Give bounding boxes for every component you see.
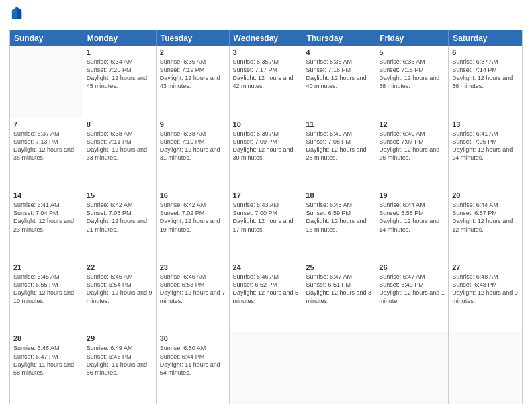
sunset-text: Sunset: 7:03 PM: [87, 209, 152, 217]
page: SundayMondayTuesdayWednesdayThursdayFrid…: [0, 0, 532, 411]
week-row-4: 21Sunrise: 6:45 AMSunset: 6:55 PMDayligh…: [10, 261, 522, 333]
sunrise-text: Sunrise: 6:38 AM: [160, 130, 226, 138]
day-number: 10: [233, 120, 299, 128]
sunset-text: Sunset: 7:00 PM: [233, 209, 299, 217]
cal-cell: 14Sunrise: 6:41 AMSunset: 7:04 PMDayligh…: [10, 189, 83, 261]
day-number: 21: [13, 263, 79, 271]
header-day-monday: Monday: [83, 30, 157, 46]
cal-cell: 12Sunrise: 6:40 AMSunset: 7:07 PMDayligh…: [375, 118, 449, 189]
cal-cell: 16Sunrise: 6:42 AMSunset: 7:02 PMDayligh…: [157, 189, 230, 261]
sunset-text: Sunset: 7:07 PM: [379, 138, 445, 146]
day-number: 3: [233, 48, 299, 56]
daylight-text: Daylight: 12 hours and 21 minutes.: [87, 217, 152, 233]
daylight-text: Daylight: 12 hours and 0 minutes.: [452, 289, 519, 305]
daylight-text: Daylight: 12 hours and 19 minutes.: [160, 217, 226, 233]
week-row-5: 28Sunrise: 6:48 AMSunset: 6:47 PMDayligh…: [10, 332, 522, 404]
sunset-text: Sunset: 6:49 PM: [379, 281, 445, 289]
sunrise-text: Sunrise: 6:37 AM: [13, 130, 79, 138]
sunrise-text: Sunrise: 6:35 AM: [233, 58, 299, 66]
cal-cell: 6Sunrise: 6:37 AMSunset: 7:14 PMDaylight…: [449, 46, 522, 118]
sunset-text: Sunset: 6:54 PM: [87, 281, 152, 289]
cal-cell: 29Sunrise: 6:49 AMSunset: 6:46 PMDayligh…: [83, 332, 157, 404]
sunset-text: Sunset: 7:09 PM: [233, 138, 299, 146]
sunrise-text: Sunrise: 6:43 AM: [233, 201, 299, 209]
day-number: 20: [452, 191, 519, 199]
day-number: 27: [452, 263, 519, 271]
day-number: 18: [306, 191, 371, 199]
sunrise-text: Sunrise: 6:43 AM: [306, 201, 371, 209]
day-number: 5: [379, 48, 445, 56]
sunset-text: Sunset: 7:10 PM: [160, 138, 226, 146]
cal-cell: 2Sunrise: 6:35 AMSunset: 7:19 PMDaylight…: [157, 46, 230, 118]
sunset-text: Sunset: 6:46 PM: [87, 353, 152, 361]
calendar: SundayMondayTuesdayWednesdayThursdayFrid…: [9, 30, 523, 404]
daylight-text: Daylight: 12 hours and 1 minute.: [379, 289, 445, 305]
sunset-text: Sunset: 7:14 PM: [452, 66, 519, 74]
day-number: 13: [452, 120, 519, 128]
cal-cell: 25Sunrise: 6:47 AMSunset: 6:51 PMDayligh…: [302, 261, 375, 332]
day-number: 30: [160, 334, 226, 342]
day-number: 16: [160, 191, 226, 199]
sunrise-text: Sunrise: 6:44 AM: [452, 201, 519, 209]
cal-cell: [375, 332, 449, 404]
cal-cell: 13Sunrise: 6:41 AMSunset: 7:05 PMDayligh…: [449, 118, 522, 189]
sunrise-text: Sunrise: 6:46 AM: [160, 273, 226, 281]
daylight-text: Daylight: 12 hours and 23 minutes.: [13, 217, 79, 233]
day-number: 2: [160, 48, 226, 56]
cal-cell: 11Sunrise: 6:40 AMSunset: 7:08 PMDayligh…: [302, 118, 375, 189]
day-number: 12: [379, 120, 445, 128]
cal-cell: [10, 46, 83, 118]
cal-cell: 22Sunrise: 6:45 AMSunset: 6:54 PMDayligh…: [83, 261, 157, 332]
sunrise-text: Sunrise: 6:47 AM: [306, 273, 371, 281]
cal-cell: 28Sunrise: 6:48 AMSunset: 6:47 PMDayligh…: [10, 332, 83, 404]
day-number: 17: [233, 191, 299, 199]
cal-cell: [449, 332, 522, 404]
sunrise-text: Sunrise: 6:38 AM: [87, 130, 152, 138]
logo: [9, 7, 24, 24]
cal-cell: 7Sunrise: 6:37 AMSunset: 7:13 PMDaylight…: [10, 118, 83, 189]
sunrise-text: Sunrise: 6:45 AM: [87, 273, 152, 281]
sunrise-text: Sunrise: 6:37 AM: [452, 58, 519, 66]
header-day-saturday: Saturday: [449, 30, 522, 46]
header-day-tuesday: Tuesday: [157, 30, 230, 46]
sunset-text: Sunset: 7:19 PM: [160, 66, 226, 74]
daylight-text: Daylight: 11 hours and 54 minutes.: [160, 361, 226, 377]
sunrise-text: Sunrise: 6:36 AM: [306, 58, 371, 66]
daylight-text: Daylight: 12 hours and 10 minutes.: [13, 289, 79, 305]
week-row-1: 1Sunrise: 6:34 AMSunset: 7:20 PMDaylight…: [10, 46, 522, 118]
sunset-text: Sunset: 6:57 PM: [452, 209, 519, 217]
daylight-text: Daylight: 12 hours and 42 minutes.: [233, 74, 299, 90]
cal-cell: 23Sunrise: 6:46 AMSunset: 6:53 PMDayligh…: [157, 261, 230, 332]
daylight-text: Daylight: 12 hours and 16 minutes.: [306, 217, 371, 233]
cal-cell: 9Sunrise: 6:38 AMSunset: 7:10 PMDaylight…: [157, 118, 230, 189]
sunset-text: Sunset: 6:47 PM: [13, 353, 79, 361]
calendar-body: 1Sunrise: 6:34 AMSunset: 7:20 PMDaylight…: [10, 46, 522, 404]
sunset-text: Sunset: 6:52 PM: [233, 281, 299, 289]
cal-cell: 8Sunrise: 6:38 AMSunset: 7:11 PMDaylight…: [83, 118, 157, 189]
sunrise-text: Sunrise: 6:42 AM: [160, 201, 226, 209]
daylight-text: Daylight: 12 hours and 3 minutes.: [306, 289, 371, 305]
sunrise-text: Sunrise: 6:50 AM: [160, 344, 226, 352]
cal-cell: 17Sunrise: 6:43 AMSunset: 7:00 PMDayligh…: [230, 189, 303, 261]
sunrise-text: Sunrise: 6:34 AM: [87, 58, 152, 66]
day-number: 24: [233, 263, 299, 271]
cal-cell: 27Sunrise: 6:48 AMSunset: 6:48 PMDayligh…: [449, 261, 522, 332]
sunrise-text: Sunrise: 6:40 AM: [306, 130, 371, 138]
day-number: 19: [379, 191, 445, 199]
sunset-text: Sunset: 6:44 PM: [160, 353, 226, 361]
cal-cell: 20Sunrise: 6:44 AMSunset: 6:57 PMDayligh…: [449, 189, 522, 261]
daylight-text: Daylight: 12 hours and 5 minutes.: [233, 289, 299, 305]
logo-icon: [11, 7, 23, 21]
sunset-text: Sunset: 7:16 PM: [306, 66, 371, 74]
daylight-text: Daylight: 12 hours and 31 minutes.: [160, 146, 226, 162]
daylight-text: Daylight: 12 hours and 38 minutes.: [379, 74, 445, 90]
day-number: 28: [13, 334, 79, 342]
sunrise-text: Sunrise: 6:36 AM: [379, 58, 445, 66]
daylight-text: Daylight: 12 hours and 12 minutes.: [452, 217, 519, 233]
daylight-text: Daylight: 12 hours and 26 minutes.: [379, 146, 445, 162]
cal-cell: 10Sunrise: 6:39 AMSunset: 7:09 PMDayligh…: [230, 118, 303, 189]
sunset-text: Sunset: 6:58 PM: [379, 209, 445, 217]
sunrise-text: Sunrise: 6:41 AM: [13, 201, 79, 209]
daylight-text: Daylight: 12 hours and 36 minutes.: [452, 74, 519, 90]
daylight-text: Daylight: 12 hours and 9 minutes.: [87, 289, 152, 305]
